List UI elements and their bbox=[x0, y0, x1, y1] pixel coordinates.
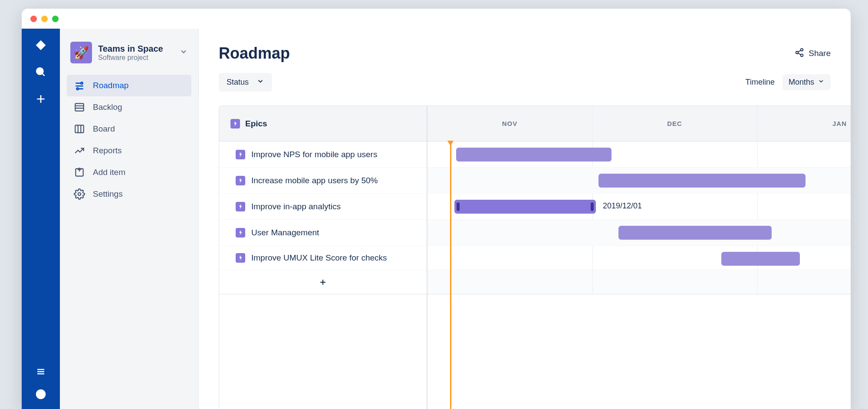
svg-point-7 bbox=[36, 390, 45, 399]
menu-icon[interactable] bbox=[35, 366, 47, 378]
today-indicator bbox=[450, 142, 451, 409]
timeline-label: Timeline bbox=[746, 78, 775, 87]
svg-point-24 bbox=[796, 51, 799, 54]
page-title: Roadmap bbox=[219, 44, 290, 63]
epic-bar[interactable] bbox=[618, 226, 772, 240]
epic-label: Increase mobile app users by 50% bbox=[251, 175, 378, 186]
epic-label: User Management bbox=[251, 228, 319, 238]
epic-row[interactable]: Increase mobile app users by 50% bbox=[219, 168, 427, 194]
window-close-button[interactable] bbox=[30, 16, 37, 22]
timeline-body: 2019/12/01 bbox=[427, 142, 851, 294]
epic-row[interactable]: Improve UMUX Lite Score for checks bbox=[219, 246, 427, 270]
timeline-row bbox=[427, 142, 851, 168]
svg-point-9 bbox=[81, 82, 82, 84]
sidebar-item-label: Backlog bbox=[93, 102, 122, 112]
bar-date-label: 2019/12/01 bbox=[603, 201, 642, 211]
epic-label: Improve NPS for mobile app users bbox=[251, 149, 377, 160]
timeline-row bbox=[427, 246, 851, 270]
global-nav-rail bbox=[22, 29, 60, 409]
roadmap-icon bbox=[74, 80, 85, 91]
epic-icon bbox=[230, 119, 240, 129]
project-avatar: 🚀 bbox=[70, 42, 92, 63]
svg-line-1 bbox=[42, 73, 44, 76]
share-icon bbox=[795, 48, 804, 59]
svg-rect-16 bbox=[75, 125, 84, 132]
roadmap-grid: Epics Improve NPS for mobile app usersIn… bbox=[219, 106, 851, 409]
sidebar-item-board[interactable]: Board bbox=[67, 118, 191, 140]
sidebar-item-label: Add item bbox=[93, 168, 125, 177]
timeline-area[interactable]: NOV DEC JAN 2019/12/01 bbox=[427, 106, 851, 409]
main-content: Roadmap Share Status bbox=[199, 29, 851, 409]
share-button[interactable]: Share bbox=[795, 48, 831, 59]
status-dropdown[interactable]: Status bbox=[219, 73, 272, 92]
svg-rect-13 bbox=[75, 103, 84, 111]
sidebar-item-settings[interactable]: Settings bbox=[67, 183, 191, 205]
epic-bar[interactable] bbox=[456, 148, 612, 162]
epic-label: Improve in-app analytics bbox=[251, 201, 341, 212]
window-titlebar bbox=[22, 9, 851, 29]
share-label: Share bbox=[809, 49, 831, 58]
sidebar-item-label: Reports bbox=[93, 146, 122, 155]
epic-icon bbox=[236, 176, 245, 185]
month-column: NOV bbox=[427, 106, 592, 141]
sidebar-item-additem[interactable]: Add item bbox=[67, 162, 191, 183]
add-epic-button[interactable] bbox=[219, 270, 427, 294]
svg-point-11 bbox=[77, 88, 79, 89]
window-minimize-button[interactable] bbox=[41, 16, 48, 22]
svg-point-22 bbox=[78, 193, 81, 196]
month-column: JAN bbox=[757, 106, 851, 141]
additem-icon bbox=[74, 167, 85, 178]
bar-resize-handle-right[interactable] bbox=[591, 202, 594, 211]
svg-point-0 bbox=[36, 68, 43, 74]
epic-bar[interactable] bbox=[454, 200, 596, 214]
epic-bar[interactable] bbox=[598, 174, 806, 188]
sidebar-item-backlog[interactable]: Backlog bbox=[67, 96, 191, 118]
chevron-down-icon[interactable] bbox=[179, 47, 188, 58]
epic-row[interactable]: User Management bbox=[219, 220, 427, 246]
timeline-row: 2019/12/01 bbox=[427, 194, 851, 220]
svg-line-26 bbox=[798, 50, 801, 52]
bar-resize-handle-left[interactable] bbox=[457, 202, 460, 211]
svg-point-23 bbox=[801, 48, 803, 51]
settings-icon bbox=[74, 188, 85, 200]
sidebar-item-label: Roadmap bbox=[93, 81, 128, 90]
timeline-row bbox=[427, 220, 851, 246]
app-window: 🚀 Teams in Space Software project Roadma… bbox=[22, 9, 851, 409]
board-icon bbox=[74, 123, 85, 135]
timeline-scale-dropdown[interactable]: Months bbox=[783, 74, 831, 90]
svg-line-27 bbox=[798, 53, 801, 55]
today-marker-icon bbox=[447, 141, 454, 146]
sidebar-item-label: Board bbox=[93, 124, 115, 134]
page-header: Roadmap Share Status bbox=[199, 29, 851, 99]
timeline-header: NOV DEC JAN bbox=[427, 106, 851, 142]
sidebar-item-roadmap[interactable]: Roadmap bbox=[67, 75, 191, 96]
sidebar-item-reports[interactable]: Reports bbox=[67, 140, 191, 162]
epics-column: Epics Improve NPS for mobile app usersIn… bbox=[219, 106, 427, 409]
timeline-add-row bbox=[427, 270, 851, 294]
chevron-down-icon bbox=[818, 78, 825, 87]
epics-header-label: Epics bbox=[245, 119, 267, 129]
window-maximize-button[interactable] bbox=[52, 16, 59, 22]
chevron-down-icon bbox=[256, 77, 264, 87]
project-sidebar: 🚀 Teams in Space Software project Roadma… bbox=[60, 29, 199, 409]
epic-icon bbox=[236, 253, 245, 263]
epic-row[interactable]: Improve NPS for mobile app users bbox=[219, 142, 427, 168]
epics-column-header: Epics bbox=[219, 106, 427, 142]
project-name: Teams in Space bbox=[98, 44, 163, 54]
epic-icon bbox=[236, 228, 245, 237]
month-column: DEC bbox=[592, 106, 757, 141]
create-icon[interactable] bbox=[35, 93, 47, 105]
epic-bar[interactable] bbox=[721, 252, 800, 266]
timeline-row bbox=[427, 168, 851, 194]
app-body: 🚀 Teams in Space Software project Roadma… bbox=[22, 29, 851, 409]
help-icon[interactable] bbox=[35, 388, 47, 400]
project-header[interactable]: 🚀 Teams in Space Software project bbox=[67, 42, 191, 75]
project-subtitle: Software project bbox=[98, 54, 163, 62]
epic-icon bbox=[236, 150, 245, 159]
epic-row[interactable]: Improve in-app analytics bbox=[219, 194, 427, 220]
reports-icon bbox=[74, 145, 85, 156]
search-icon[interactable] bbox=[35, 66, 47, 78]
backlog-icon bbox=[74, 102, 85, 113]
jira-logo-icon[interactable] bbox=[35, 39, 47, 51]
epic-icon bbox=[236, 202, 245, 211]
